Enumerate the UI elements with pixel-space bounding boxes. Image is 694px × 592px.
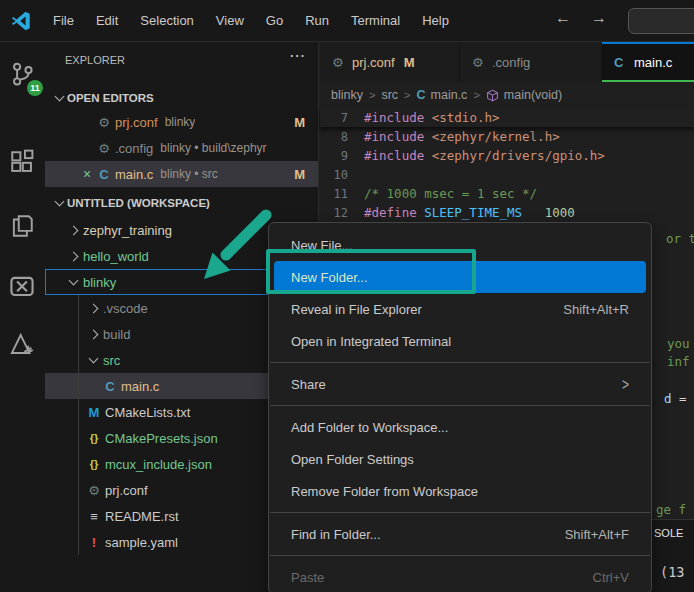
menu-item-open-in-integrated-terminal[interactable]: Open in Integrated Terminal xyxy=(274,325,646,357)
gear-icon: ⚙ xyxy=(95,115,113,130)
file-name: main.c xyxy=(115,167,153,182)
c-file-icon: C xyxy=(101,379,119,394)
x-tool-icon[interactable] xyxy=(5,268,39,304)
gear-icon: ⚙ xyxy=(472,55,492,70)
line-number: 12 xyxy=(320,206,364,220)
line-number: 11 xyxy=(320,187,364,201)
c-file-icon: C xyxy=(614,55,634,70)
menu-item-label: Open in Integrated Terminal xyxy=(291,334,629,349)
menu-file[interactable]: File xyxy=(42,9,85,32)
forward-arrow-icon[interactable]: → xyxy=(586,9,612,27)
menu-go[interactable]: Go xyxy=(255,9,294,32)
code-line-8: 8#include <zephyr/kernel.h> xyxy=(320,127,694,146)
menu-item-find-in-folder[interactable]: Find in Folder...Shift+Alt+F xyxy=(274,518,646,550)
tree-item-label: prj.conf xyxy=(105,483,148,498)
code-fragment: ge f xyxy=(656,502,686,517)
command-center-search[interactable] xyxy=(628,8,694,34)
breadcrumb[interactable]: blinky>src>Cmain.c>main(void) xyxy=(320,82,694,108)
code-token: d xyxy=(664,391,672,406)
menu-item-label: Share xyxy=(291,377,622,392)
workspace-label: UNTITLED (WORKSPACE) xyxy=(67,197,210,209)
back-arrow-icon[interactable]: ← xyxy=(550,9,576,27)
menu-separator xyxy=(270,362,650,363)
code-token: 1000 xyxy=(545,205,575,220)
tree-item-label: build xyxy=(103,327,130,342)
breadcrumb-item[interactable]: main.c xyxy=(431,88,468,102)
menu-item-remove-folder-from-workspace[interactable]: Remove Folder from Workspace xyxy=(274,475,646,507)
line-number: 7 xyxy=(320,111,364,125)
line-number: 9 xyxy=(320,149,364,163)
tree-item-label: sample.yaml xyxy=(105,535,178,550)
menu-item-reveal-in-file-explorer[interactable]: Reveal in File ExplorerShift+Alt+R xyxy=(274,293,646,325)
open-editors-list: ⚙prj.confblinkyM⚙.configblinky • build\z… xyxy=(45,109,318,187)
file-description: blinky xyxy=(165,115,196,129)
breadcrumb-item[interactable]: blinky xyxy=(331,88,363,102)
code-fragment: inf xyxy=(667,354,690,369)
open-editors-header[interactable]: OPEN EDITORS xyxy=(45,86,318,110)
code-area[interactable]: 7#include <stdio.h>8#include <zephyr/ker… xyxy=(320,108,694,222)
mcux-tool-icon[interactable] xyxy=(5,326,39,362)
menu-help[interactable]: Help xyxy=(411,9,460,32)
code-token: inf xyxy=(667,354,690,369)
chevron-right-icon xyxy=(68,225,78,235)
code-token: = xyxy=(672,391,687,406)
open-editor-.config[interactable]: ⚙.configblinky • build\zephyr xyxy=(45,135,318,161)
line-number: 8 xyxy=(320,130,364,144)
menu-item-share[interactable]: Share> xyxy=(274,368,646,400)
c-file-icon: C xyxy=(417,88,426,102)
menu-view[interactable]: View xyxy=(205,9,255,32)
open-editor-main.c[interactable]: ×Cmain.cblinky • srcM xyxy=(45,161,318,187)
breadcrumb-item[interactable]: src xyxy=(381,88,398,102)
breadcrumb-separator: > xyxy=(473,89,479,101)
tree-item-label: main.c xyxy=(121,379,159,394)
title-bar: FileEditSelectionViewGoRunTerminalHelp ←… xyxy=(0,0,694,42)
chevron-right-icon xyxy=(88,303,98,313)
menu-separator xyxy=(270,555,650,556)
menu-edit[interactable]: Edit xyxy=(85,9,129,32)
tab-label: .config xyxy=(492,55,530,70)
c-file-icon: C xyxy=(95,167,113,182)
tree-item-label: .vscode xyxy=(103,301,148,316)
menu-item-label: Paste xyxy=(291,570,573,585)
activity-bar: 11 xyxy=(0,42,45,592)
annotation-highlight-box xyxy=(266,249,476,294)
menu-item-paste: PasteCtrl+V xyxy=(274,561,646,592)
menu-run[interactable]: Run xyxy=(294,9,340,32)
file-name: prj.conf xyxy=(115,115,158,130)
code-token xyxy=(522,205,545,220)
tab-label: prj.conf xyxy=(352,55,395,70)
indent-guide xyxy=(78,295,79,555)
tab-main-c[interactable]: Cmain.c xyxy=(602,42,694,82)
yaml-warning-icon: ! xyxy=(85,535,103,550)
rst-list-icon: ≡ xyxy=(85,509,103,524)
tree-item-label: README.rst xyxy=(105,509,179,524)
menu-item-add-folder-to-workspace[interactable]: Add Folder to Workspace... xyxy=(274,411,646,443)
breadcrumb-item[interactable]: main(void) xyxy=(504,88,562,102)
breadcrumb-separator: > xyxy=(404,89,410,101)
code-fragment: you xyxy=(667,336,690,351)
more-actions-icon[interactable]: ⋯ xyxy=(289,46,306,65)
open-editor-prj.conf[interactable]: ⚙prj.confblinkyM xyxy=(45,109,318,135)
menu-item-open-folder-settings[interactable]: Open Folder Settings xyxy=(274,443,646,475)
modified-badge: M xyxy=(294,167,305,182)
code-token: #define xyxy=(364,205,417,220)
menu-separator xyxy=(270,512,650,513)
tab-prj-conf[interactable]: ⚙prj.confM xyxy=(320,42,460,82)
code-token: #include xyxy=(364,110,424,125)
tab--config[interactable]: ⚙.config xyxy=(460,42,602,82)
code-token: /* 1000 msec = 1 sec */ xyxy=(364,186,537,201)
submenu-arrow-icon: > xyxy=(622,374,629,394)
close-icon[interactable]: × xyxy=(79,166,95,182)
menu-terminal[interactable]: Terminal xyxy=(340,9,411,32)
debug-console-tab-fragment[interactable]: SOLE xyxy=(654,527,683,539)
cmake-icon: M xyxy=(85,405,103,420)
menu-item-label: Find in Folder... xyxy=(291,527,545,542)
tree-item-label: blinky xyxy=(83,275,116,290)
source-control-icon[interactable]: 11 xyxy=(5,56,39,92)
json-braces-icon: {} xyxy=(85,458,103,470)
tab-label: main.c xyxy=(634,55,672,70)
copy-pages-icon[interactable] xyxy=(5,208,39,244)
menu-item-label: Open Folder Settings xyxy=(291,452,629,467)
extensions-icon[interactable] xyxy=(5,144,39,180)
menu-selection[interactable]: Selection xyxy=(129,9,204,32)
